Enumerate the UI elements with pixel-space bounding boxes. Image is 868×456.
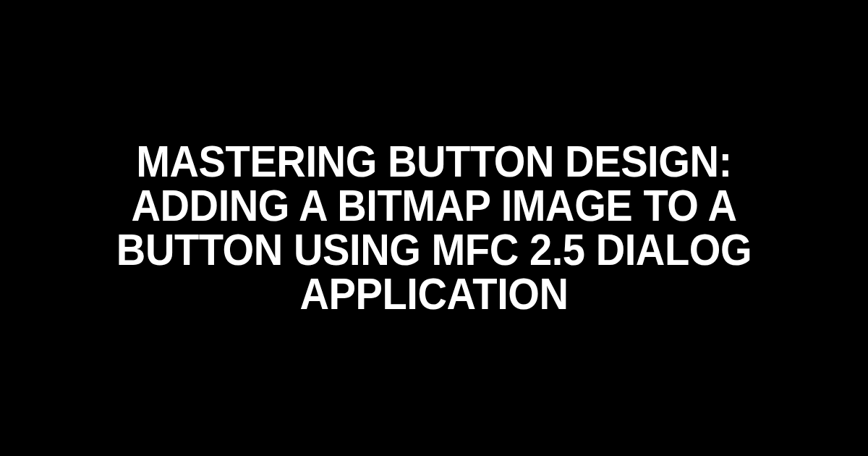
page-title: Mastering Button Design: Adding a Bitmap… <box>35 140 833 316</box>
